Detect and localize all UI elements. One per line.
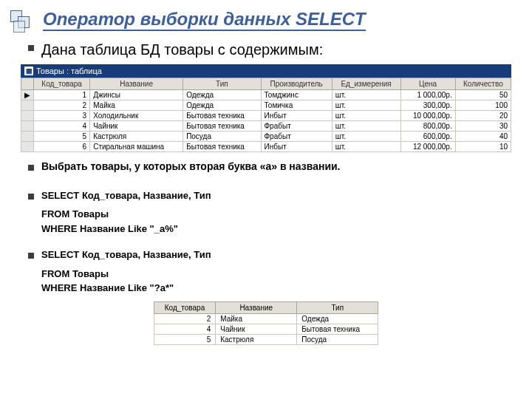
db-cell: Одежда	[183, 100, 261, 111]
res-cell: Майка	[216, 313, 297, 324]
db-cell: 10	[455, 142, 511, 152]
res-col-header: Тип	[297, 301, 378, 313]
table-row: 2МайкаОдеждаТомичкашт.300,00р.100	[21, 100, 511, 111]
slide-title: Оператор выборки данных SELECT	[43, 9, 511, 30]
db-cell: 10 000,00р.	[400, 111, 455, 121]
db-col-header: Название	[90, 78, 183, 90]
db-cell: Холодильник	[90, 111, 183, 121]
row-selector: ▶	[21, 90, 34, 100]
sql-line: SELECT Код_товара, Название, Тип	[41, 188, 211, 203]
table-row: 4ЧайникБытовая техника	[154, 324, 378, 334]
db-table-screenshot: ▦ Товары : таблица Код_товараНазваниеТип…	[21, 64, 511, 152]
db-cell: 4	[34, 121, 90, 132]
res-cell: Одежда	[297, 313, 378, 324]
db-cell: Джинсы	[90, 90, 183, 100]
db-cell: 1	[34, 90, 90, 100]
res-cell: 4	[154, 324, 215, 334]
db-window-titlebar: ▦ Товары : таблица	[21, 64, 511, 78]
db-cell: 300,00р.	[400, 100, 455, 111]
db-cell: Одежда	[183, 90, 261, 100]
db-cell: шт.	[332, 121, 400, 132]
sql-line: FROM Товары	[41, 267, 511, 282]
db-col-header: Ед_измерения	[332, 78, 400, 90]
db-cell: шт.	[332, 111, 400, 121]
slide-decor-icon	[10, 10, 31, 31]
db-cell: шт.	[332, 90, 400, 100]
db-cell: 2	[34, 100, 90, 111]
row-selector	[21, 121, 34, 132]
db-cell: 50	[455, 90, 511, 100]
res-cell: 5	[154, 334, 215, 344]
table-row: 6Стиральная машинаБытовая техникаИнбытшт…	[21, 142, 511, 152]
db-cell: Бытовая техника	[183, 142, 261, 152]
db-cell: 12 000,00р.	[400, 142, 455, 152]
slide-title-text: Оператор выборки данных SELECT	[43, 9, 366, 31]
table-row: 5КастрюляПосудаФрабытшт.600,00р.40	[21, 132, 511, 142]
table-row: 3ХолодильникБытовая техникаИнбытшт.10 00…	[21, 111, 511, 121]
table-row: 4ЧайникБытовая техникаФрабытшт.800,00р.3…	[21, 121, 511, 132]
sql-line: WHERE Название Like "?а*"	[41, 281, 511, 296]
db-cell: шт.	[332, 142, 400, 152]
sql-line: WHERE Название Like "_а%"	[41, 222, 511, 236]
sql-block-1: SELECT Код_товара, Название, Тип	[41, 188, 211, 203]
db-cell: 30	[455, 121, 511, 132]
db-cell: Инбыт	[261, 111, 332, 121]
row-selector	[21, 142, 34, 152]
table-row: 5КастрюляПосуда	[154, 334, 378, 344]
db-cell: Фрабыт	[261, 132, 332, 142]
db-cell: 6	[34, 142, 90, 152]
bullet-icon	[28, 165, 34, 171]
sql-line: SELECT Код_товара, Название, Тип	[41, 248, 211, 262]
db-cell: 5	[34, 132, 90, 142]
db-col-header: Цена	[400, 78, 455, 90]
table-row: 2МайкаОдежда	[154, 313, 378, 324]
db-cell: Томичка	[261, 100, 332, 111]
db-cell: Майка	[90, 100, 183, 111]
db-cell: Чайник	[90, 121, 183, 132]
db-cell: 20	[455, 111, 511, 121]
table-row: ▶1ДжинсыОдеждаТомджинсшт.1 000,00р.50	[21, 90, 511, 100]
db-cell: Томджинс	[261, 90, 332, 100]
db-col-header: Код_товара	[34, 78, 90, 90]
sql-block-2: SELECT Код_товара, Название, Тип	[41, 248, 211, 262]
row-selector	[21, 111, 34, 121]
db-cell: Фрабыт	[261, 121, 332, 132]
intro-text: Дана таблица БД товары с содержимым:	[41, 40, 323, 60]
row-selector	[21, 100, 34, 111]
db-cell: 40	[455, 132, 511, 142]
sql-line: FROM Товары	[41, 207, 511, 222]
res-cell: Бытовая техника	[297, 324, 378, 334]
db-cell: 800,00р.	[400, 121, 455, 132]
db-window-title: Товары : таблица	[36, 66, 102, 75]
db-cell: Бытовая техника	[183, 121, 261, 132]
db-cell: Стиральная машина	[90, 142, 183, 152]
db-col-header: Тип	[183, 78, 261, 90]
db-col-header: Производитель	[261, 78, 332, 90]
res-cell: Посуда	[297, 334, 378, 344]
res-cell: Кастрюля	[216, 334, 297, 344]
bullet-icon	[28, 253, 34, 259]
db-cell: Посуда	[183, 132, 261, 142]
db-cell: шт.	[332, 100, 400, 111]
res-cell: 2	[154, 313, 215, 324]
result-table: Код_товараНазваниеТип 2МайкаОдежда4Чайни…	[154, 301, 378, 345]
db-col-header: Количество	[455, 78, 511, 90]
db-cell: 3	[34, 111, 90, 121]
db-cell: 600,00р.	[400, 132, 455, 142]
task-text: Выбрать товары, у которых вторая буква «…	[41, 160, 341, 174]
db-table: Код_товараНазваниеТипПроизводительЕд_изм…	[21, 78, 511, 152]
db-cell: шт.	[332, 132, 400, 142]
db-cell: Кастрюля	[90, 132, 183, 142]
db-cell: Инбыт	[261, 142, 332, 152]
res-col-header: Название	[216, 301, 297, 313]
bullet-icon	[28, 194, 34, 200]
table-icon: ▦	[24, 66, 33, 75]
db-cell: 100	[455, 100, 511, 111]
db-cell: 1 000,00р.	[400, 90, 455, 100]
row-selector	[21, 132, 34, 142]
res-cell: Чайник	[216, 324, 297, 334]
bullet-icon	[28, 45, 34, 51]
db-cell: Бытовая техника	[183, 111, 261, 121]
res-col-header: Код_товара	[154, 301, 215, 313]
